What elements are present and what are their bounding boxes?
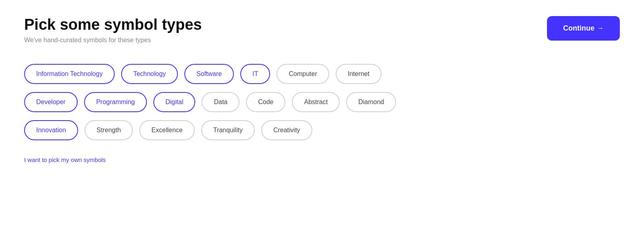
tag-it[interactable]: IT — [240, 64, 270, 84]
header-text: Pick some symbol types We've hand-curate… — [24, 16, 202, 44]
tag-abstract[interactable]: Abstract — [292, 92, 340, 112]
page-subtitle: We've hand-curated symbols for these typ… — [24, 37, 202, 44]
tag-programming[interactable]: Programming — [84, 92, 147, 112]
tag-data[interactable]: Data — [202, 92, 239, 112]
tag-information-technology[interactable]: Information Technology — [24, 64, 115, 84]
tag-computer[interactable]: Computer — [277, 64, 329, 84]
tag-code[interactable]: Code — [246, 92, 285, 112]
tag-technology[interactable]: Technology — [121, 64, 178, 84]
tag-innovation[interactable]: Innovation — [24, 120, 78, 140]
tag-strength[interactable]: Strength — [85, 120, 133, 140]
tags-row-0: Information TechnologyTechnologySoftware… — [24, 64, 620, 84]
tag-digital[interactable]: Digital — [153, 92, 195, 112]
tag-diamond[interactable]: Diamond — [346, 92, 396, 112]
tag-developer[interactable]: Developer — [24, 92, 78, 112]
tag-tranquility[interactable]: Tranquility — [201, 120, 255, 140]
footer-link-container: I want to pick my own symbols — [24, 156, 620, 164]
tag-excellence[interactable]: Excellence — [139, 120, 194, 140]
tags-row-2: InnovationStrengthExcellenceTranquilityC… — [24, 120, 620, 140]
continue-button[interactable]: Continue → — [547, 16, 620, 41]
tag-software[interactable]: Software — [184, 64, 234, 84]
tag-creativity[interactable]: Creativity — [261, 120, 312, 140]
page-title: Pick some symbol types — [24, 16, 202, 33]
page-header: Pick some symbol types We've hand-curate… — [24, 16, 620, 44]
tags-row-1: DeveloperProgrammingDigitalDataCodeAbstr… — [24, 92, 620, 112]
tags-container: Information TechnologyTechnologySoftware… — [24, 64, 620, 140]
pick-own-symbols-link[interactable]: I want to pick my own symbols — [24, 156, 106, 163]
tag-internet[interactable]: Internet — [336, 64, 382, 84]
